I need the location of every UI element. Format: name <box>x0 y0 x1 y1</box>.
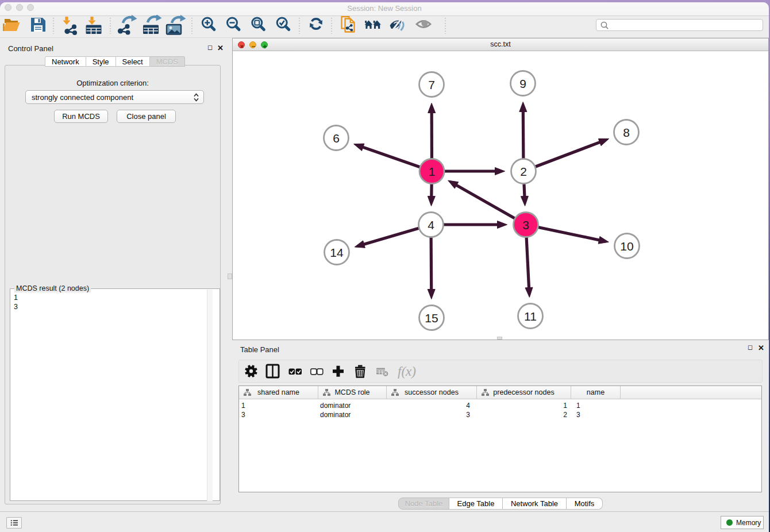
svg-text:11: 11 <box>524 310 537 323</box>
svg-text:9: 9 <box>519 77 526 90</box>
svg-text:14: 14 <box>330 246 344 259</box>
svg-text:10: 10 <box>620 240 633 253</box>
svg-text:8: 8 <box>623 126 630 139</box>
svg-text:f(x): f(x) <box>398 364 416 379</box>
svg-text:6: 6 <box>333 132 340 145</box>
svg-text:7: 7 <box>428 78 435 91</box>
svg-text:1: 1 <box>429 165 436 178</box>
svg-text:15: 15 <box>425 311 438 325</box>
svg-text:3: 3 <box>522 218 529 232</box>
svg-text:2: 2 <box>520 165 527 178</box>
svg-text:4: 4 <box>428 218 434 232</box>
